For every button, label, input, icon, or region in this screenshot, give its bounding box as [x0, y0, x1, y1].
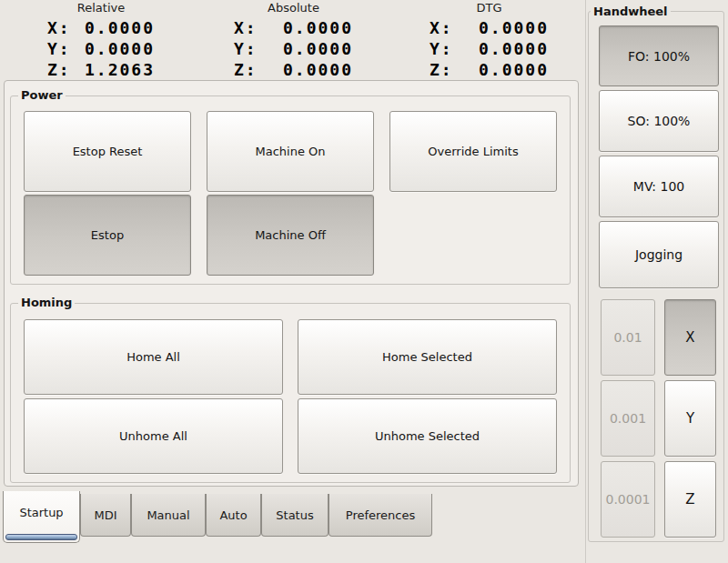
feed-override-button[interactable]: FO: 100%: [599, 25, 719, 86]
power-group-label: Power: [18, 88, 66, 103]
machine-off-button[interactable]: Machine Off: [207, 195, 374, 276]
tab-status[interactable]: Status: [261, 494, 329, 537]
machine-on-button[interactable]: Machine On: [207, 111, 374, 192]
axis-label: Y:: [430, 38, 453, 59]
dro-relative-title: Relative: [47, 1, 155, 17]
max-velocity-button[interactable]: MV: 100: [599, 156, 719, 217]
unhome-selected-button[interactable]: Unhome Selected: [298, 398, 557, 474]
axis-value: 0.0000: [283, 38, 353, 59]
axis-value: 0.0000: [479, 59, 549, 80]
tab-startup[interactable]: Startup: [3, 491, 80, 543]
home-selected-button[interactable]: Home Selected: [298, 319, 557, 395]
dro-dtg-title: DTG: [430, 1, 549, 17]
estop-reset-button[interactable]: Estop Reset: [24, 111, 191, 192]
axis-label: Z:: [234, 59, 258, 80]
axis-value: 1.2063: [85, 59, 155, 80]
spindle-override-button[interactable]: SO: 100%: [599, 90, 719, 152]
dro-row: Y:0.0000: [430, 38, 549, 59]
handwheel-group-label: Handwheel: [591, 5, 671, 19]
unhome-all-button[interactable]: Unhome All: [24, 398, 283, 474]
axis-label: Y:: [47, 38, 71, 59]
tab-manual[interactable]: Manual: [131, 494, 206, 537]
dro-row: X:0.0000: [47, 17, 155, 38]
dro-row: Z:1.2063: [47, 59, 155, 80]
estop-button[interactable]: Estop: [24, 195, 191, 276]
main-panel: Power Estop Reset Machine On Override Li…: [4, 80, 579, 487]
dro-row: X:0.0000: [234, 17, 353, 38]
increment-axis-grid: 0.01 X 0.001 Y 0.0001 Z: [601, 299, 716, 538]
tab-label: Startup: [19, 506, 63, 519]
axis-value: 0.0000: [85, 38, 155, 59]
axis-y-button[interactable]: Y: [664, 380, 716, 457]
cnc-control-screen: Relative X:0.0000 Y:0.0000 Z:1.2063 Abso…: [0, 0, 728, 563]
panel-divider: [585, 0, 586, 563]
dro-absolute-title: Absolute: [234, 1, 353, 17]
increment-0-001-button[interactable]: 0.001: [601, 380, 655, 457]
increment-0-01-button[interactable]: 0.01: [601, 299, 655, 376]
power-button-grid: Estop Reset Machine On Override Limits E…: [11, 96, 570, 276]
tab-preferences[interactable]: Preferences: [329, 494, 432, 537]
axis-value: 0.0000: [479, 17, 549, 38]
axis-label: Y:: [234, 38, 258, 59]
dro-dtg-column: DTG X:0.0000 Y:0.0000 Z:0.0000: [430, 1, 549, 80]
tab-mdi[interactable]: MDI: [80, 494, 131, 537]
homing-group: Homing Home All Home Selected Unhome All…: [10, 303, 571, 483]
tab-label: Status: [276, 508, 313, 522]
homing-button-grid: Home All Home Selected Unhome All Unhome…: [11, 304, 570, 474]
tab-label: Manual: [147, 508, 189, 522]
tab-label: MDI: [94, 508, 116, 522]
dro-row: Y:0.0000: [47, 38, 155, 59]
dro-row: Z:0.0000: [430, 59, 549, 80]
dro-row: Z:0.0000: [234, 59, 353, 80]
tab-auto[interactable]: Auto: [206, 494, 261, 537]
axis-value: 0.0000: [479, 38, 549, 59]
power-group: Power Estop Reset Machine On Override Li…: [10, 96, 571, 285]
increment-0-0001-button[interactable]: 0.0001: [601, 461, 655, 538]
jogging-button[interactable]: Jogging: [599, 221, 719, 288]
axis-label: X:: [234, 17, 258, 38]
axis-value: 0.0000: [283, 59, 353, 80]
home-all-button[interactable]: Home All: [24, 319, 283, 395]
axis-label: Z:: [430, 59, 453, 80]
dro-absolute-column: Absolute X:0.0000 Y:0.0000 Z:0.0000: [234, 1, 353, 80]
axis-z-button[interactable]: Z: [664, 461, 716, 538]
homing-group-label: Homing: [18, 296, 75, 310]
handwheel-group: Handwheel FO: 100% SO: 100% MV: 100 Jogg…: [588, 11, 724, 542]
axis-label: Z:: [47, 59, 71, 80]
axis-x-button[interactable]: X: [664, 299, 716, 376]
handwheel-mode-buttons: FO: 100% SO: 100% MV: 100 Jogging: [599, 25, 719, 288]
dro-row: Y:0.0000: [234, 38, 353, 59]
override-limits-button[interactable]: Override Limits: [389, 111, 557, 192]
tab-label: Preferences: [346, 508, 415, 522]
axis-value: 0.0000: [85, 17, 155, 38]
tab-label: Auto: [219, 508, 247, 522]
tab-bar: Startup MDI Manual Auto Status Preferenc…: [3, 491, 432, 543]
axis-value: 0.0000: [283, 17, 353, 38]
axis-label: X:: [430, 17, 453, 38]
dro-row: X:0.0000: [430, 17, 549, 38]
axis-label: X:: [47, 17, 71, 38]
active-tab-indicator: [5, 534, 77, 540]
dro-relative-column: Relative X:0.0000 Y:0.0000 Z:1.2063: [47, 1, 155, 80]
